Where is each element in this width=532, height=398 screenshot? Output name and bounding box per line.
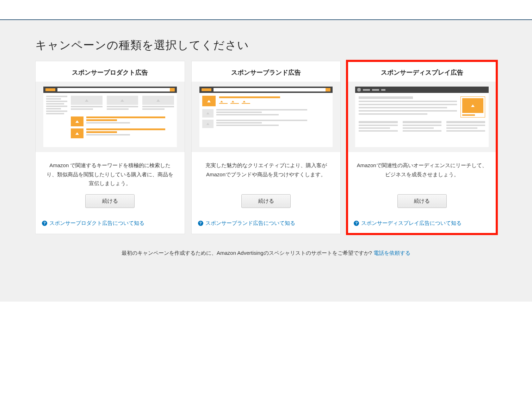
card-title: スポンサーブランド広告 bbox=[192, 61, 341, 82]
footer-text: 最初のキャンペーンを作成するために、Amazon Advertisingのスペシ… bbox=[35, 250, 497, 257]
card-description: 充実した魅力的なクリエイティブにより、購入客がAmazonでブランドや商品を見つ… bbox=[200, 161, 332, 188]
help-icon: ? bbox=[354, 221, 359, 226]
page-title: キャンペーンの種類を選択してください bbox=[35, 38, 497, 53]
card-illustration bbox=[347, 82, 496, 152]
footer-message: 最初のキャンペーンを作成するために、Amazon Advertisingのスペシ… bbox=[122, 250, 373, 256]
help-icon: ? bbox=[198, 221, 203, 226]
learn-more-link[interactable]: スポンサープロダクト広告について知る bbox=[49, 220, 144, 227]
card-sponsored-display[interactable]: スポンサーディスプレイ広告 bbox=[347, 61, 497, 234]
continue-button[interactable]: 続ける bbox=[241, 194, 291, 208]
card-description: Amazon で関連するキーワードを積極的に検索したり、類似商品を閲覧したりして… bbox=[44, 161, 176, 188]
card-description: Amazonで関連性の高いオーディエンスにリーチして、ビジネスを成長させましょう… bbox=[356, 161, 488, 188]
request-call-link[interactable]: 電話を依頼する bbox=[373, 250, 410, 256]
card-sponsored-brands[interactable]: スポンサーブランド広告 bbox=[191, 61, 341, 234]
continue-button[interactable]: 続ける bbox=[397, 194, 447, 208]
card-illustration bbox=[36, 82, 185, 152]
learn-more-link[interactable]: スポンサーディスプレイ広告について知る bbox=[361, 220, 462, 227]
card-sponsored-products[interactable]: スポンサープロダクト広告 bbox=[35, 61, 185, 234]
card-illustration bbox=[192, 82, 341, 152]
continue-button[interactable]: 続ける bbox=[85, 194, 135, 208]
card-title: スポンサーディスプレイ広告 bbox=[347, 61, 496, 82]
card-title: スポンサープロダクト広告 bbox=[36, 61, 185, 82]
campaign-type-cards: スポンサープロダクト広告 bbox=[35, 61, 497, 234]
help-icon: ? bbox=[42, 221, 47, 226]
page-container: キャンペーンの種類を選択してください スポンサープロダクト広告 bbox=[0, 20, 532, 302]
learn-more-link[interactable]: スポンサーブランド広告について知る bbox=[205, 220, 295, 227]
